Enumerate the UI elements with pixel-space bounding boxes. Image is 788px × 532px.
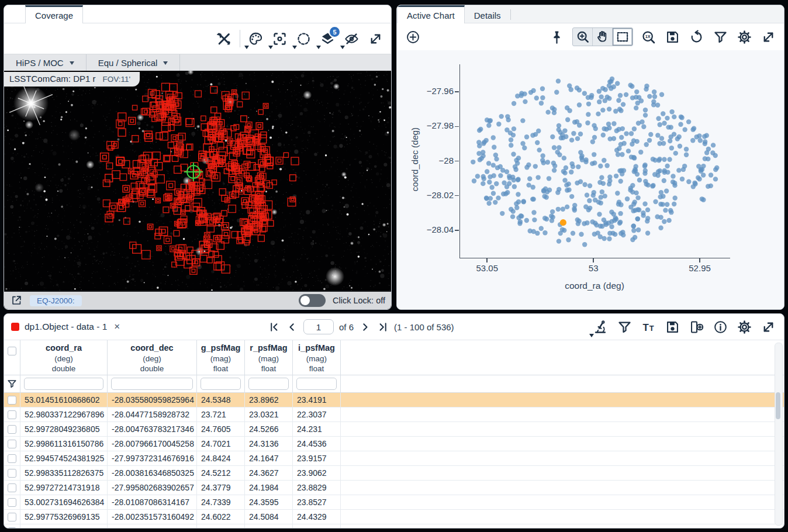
table-cell <box>245 524 293 528</box>
chart-mode-group <box>572 27 633 46</box>
column-filter-input-coord_dec[interactable] <box>111 378 193 390</box>
row-checkbox[interactable] <box>8 483 16 492</box>
table-row[interactable]: 53.002731694626384-28.0108708631416724.7… <box>4 495 784 510</box>
expand-icon <box>368 31 383 47</box>
table-cell: 23.9062 <box>293 466 341 481</box>
row-checkbox[interactable] <box>8 440 16 448</box>
table-cell: 53.002731694626384 <box>20 495 108 510</box>
row-checkbox[interactable] <box>8 527 16 528</box>
coverage-expand-button[interactable] <box>367 30 384 47</box>
column-filter-input-g_psfMag[interactable] <box>201 378 241 390</box>
close-icon[interactable]: × <box>114 321 120 333</box>
microscope-icon <box>593 319 609 335</box>
visibility-button[interactable] <box>343 30 360 47</box>
table-row[interactable]: 52.994574524381925-27.99737231467691624.… <box>4 451 784 466</box>
table-filter-row <box>4 375 784 393</box>
column-header-coord_ra[interactable]: coord_ra(deg)double <box>20 340 108 375</box>
image-title: LSSTComCam: DP1 r <box>9 74 96 84</box>
coverage-subbar: HiPS / MOC Equ / Spherical <box>4 54 391 71</box>
table-cell: 53.01451610868602 <box>20 393 108 407</box>
next-page-button[interactable] <box>359 321 371 333</box>
scatter-canvas[interactable] <box>460 64 730 258</box>
expand-icon <box>761 29 776 45</box>
table-filter-button[interactable] <box>616 318 633 336</box>
column-header-r_psfMag[interactable]: r_psfMag(mag)float <box>245 340 293 375</box>
table-cell: 24.231 <box>293 422 341 437</box>
table-info-button[interactable] <box>711 318 729 336</box>
tab-details[interactable]: Details <box>465 6 510 23</box>
scatter-chart: coord_dec (deg) coord_ra (deg) −27.96−27… <box>397 50 784 309</box>
tools-button[interactable] <box>215 30 233 47</box>
vertical-scrollbar[interactable] <box>775 343 783 526</box>
table-row[interactable]: 53.01451610868602-28.03558095982596424.5… <box>4 393 784 407</box>
column-header-i_psfMag[interactable]: i_psfMag(mag)float <box>293 340 341 375</box>
select-area-button[interactable] <box>295 30 312 47</box>
table-text-view-button[interactable]: T T <box>640 318 657 336</box>
table-row[interactable]: 52.998335112826375-28.00381634685032524.… <box>4 466 784 481</box>
zoom-in-tool-button[interactable] <box>573 28 593 46</box>
table-row[interactable] <box>4 524 784 528</box>
add-column-button[interactable] <box>687 318 705 336</box>
table-search-button[interactable] <box>592 318 609 336</box>
row-checkbox[interactable] <box>8 425 16 434</box>
add-chart-button[interactable] <box>404 28 421 46</box>
row-checkbox[interactable] <box>8 469 16 478</box>
table-cell: 24.7021 <box>197 437 245 451</box>
layers-button[interactable]: 5 <box>319 30 336 47</box>
table-row[interactable]: 52.99727214731918-27.99580268390265724.3… <box>4 481 784 495</box>
chart-settings-button[interactable] <box>735 28 753 46</box>
pin-chart-button[interactable] <box>548 28 565 46</box>
column-header-coord_dec[interactable]: coord_dec(deg)double <box>108 340 197 375</box>
chart-expand-button[interactable] <box>759 28 777 46</box>
click-lock-toggle[interactable] <box>299 294 326 307</box>
page-number-input[interactable] <box>303 319 334 334</box>
table-tab[interactable]: dp1.Object - data - 1 × <box>11 321 120 333</box>
table-cell: -28.035580959825964 <box>108 393 197 407</box>
row-checkbox[interactable] <box>8 454 16 463</box>
table-settings-button[interactable] <box>735 318 753 336</box>
prev-page-button[interactable] <box>286 321 298 333</box>
tab-active-chart[interactable]: Active Chart <box>397 5 465 23</box>
dropdown-caret <box>589 334 594 337</box>
open-in-new-icon[interactable] <box>10 294 23 307</box>
coord-system-label: Equ / Spherical <box>98 58 158 68</box>
zoom-in-icon <box>575 29 590 44</box>
column-filter-input-r_psfMag[interactable] <box>248 378 289 390</box>
column-header-g_psfMag[interactable]: g_psfMag(mag)float <box>197 340 245 375</box>
last-page-button[interactable] <box>376 321 389 333</box>
table-row[interactable]: 52.980337122967896-28.0447715892873223.7… <box>4 407 784 422</box>
tab-coverage[interactable]: Coverage <box>25 5 83 23</box>
coord-system-dropdown[interactable]: Equ / Spherical <box>87 54 180 71</box>
first-page-button[interactable] <box>268 321 281 333</box>
save-chart-button[interactable] <box>663 28 681 46</box>
table-save-button[interactable] <box>663 318 681 336</box>
column-filter-input-coord_ra[interactable] <box>24 378 103 390</box>
table-cell: 24.1647 <box>245 451 293 466</box>
select-all-checkbox[interactable] <box>8 347 16 355</box>
scrollbar-thumb[interactable] <box>776 392 780 419</box>
column-filter-input-i_psfMag[interactable] <box>296 378 337 390</box>
recenter-button[interactable] <box>271 30 288 47</box>
x-tick-mark <box>486 258 488 262</box>
coverage-toolbar: 5 <box>4 23 391 54</box>
table-cell: 24.3627 <box>245 466 293 481</box>
pan-tool-button[interactable] <box>593 28 613 46</box>
row-checkbox[interactable] <box>8 396 16 405</box>
image-source-dropdown[interactable]: HiPS / MOC <box>4 54 86 71</box>
row-checkbox[interactable] <box>8 498 16 507</box>
hand-icon <box>595 29 610 44</box>
table-row[interactable]: 52.998611316150786-28.00796617004525824.… <box>4 437 784 451</box>
row-checkbox[interactable] <box>8 513 16 521</box>
sky-image-canvas[interactable] <box>4 71 391 309</box>
filter-icon[interactable] <box>6 378 18 389</box>
color-settings-button[interactable] <box>247 30 264 47</box>
zoom-original-button[interactable]: 1X <box>640 28 657 46</box>
table-cell: 24.1984 <box>245 481 293 495</box>
table-row[interactable]: 52.99775326969135-28.00235157316049224.6… <box>4 510 784 524</box>
select-rect-tool-button[interactable] <box>613 28 633 46</box>
table-expand-button[interactable] <box>759 318 777 336</box>
table-row[interactable]: 52.99728049236805-28.00476378321734624.7… <box>4 422 784 437</box>
filter-chart-button[interactable] <box>711 28 729 46</box>
row-checkbox[interactable] <box>8 410 16 419</box>
restore-chart-button[interactable] <box>687 28 705 46</box>
